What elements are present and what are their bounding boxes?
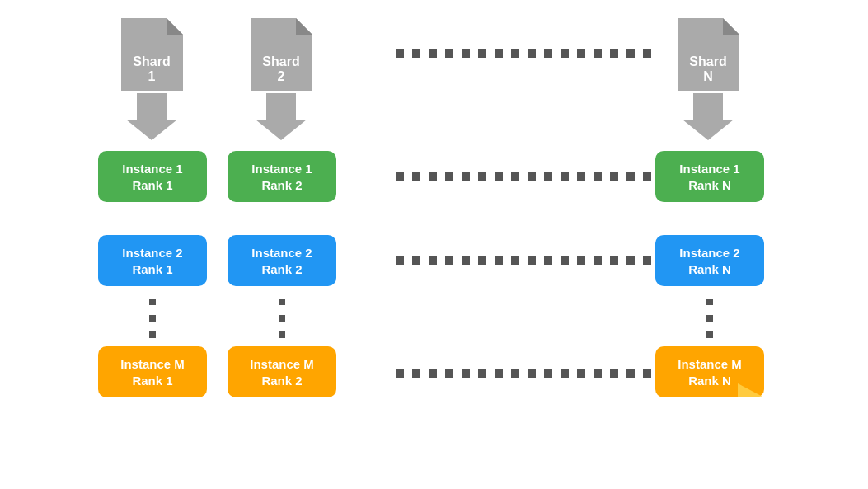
svg-rect-78 xyxy=(655,235,764,286)
svg-text:N: N xyxy=(703,69,713,83)
svg-rect-103 xyxy=(511,369,519,378)
svg-rect-19 xyxy=(511,49,519,58)
svg-rect-40 xyxy=(445,172,453,181)
svg-rect-13 xyxy=(412,49,420,58)
svg-rect-81 xyxy=(149,299,156,305)
svg-rect-34 xyxy=(228,151,336,202)
svg-rect-47 xyxy=(561,172,569,181)
svg-text:Instance M: Instance M xyxy=(678,357,742,371)
svg-text:Rank 1: Rank 1 xyxy=(132,178,172,192)
svg-marker-9 xyxy=(723,18,739,35)
svg-rect-82 xyxy=(149,315,156,322)
svg-rect-77 xyxy=(643,256,651,265)
svg-marker-28 xyxy=(126,93,177,140)
svg-rect-64 xyxy=(429,256,437,265)
svg-rect-88 xyxy=(706,315,713,322)
instance-2-rank-1: Instance 2 Rank 1 xyxy=(98,235,207,286)
svg-rect-42 xyxy=(478,172,486,181)
svg-rect-16 xyxy=(462,49,470,58)
svg-rect-26 xyxy=(626,49,635,58)
svg-rect-22 xyxy=(561,49,569,58)
svg-rect-48 xyxy=(577,172,585,181)
svg-rect-87 xyxy=(706,299,713,305)
svg-rect-96 xyxy=(396,369,404,378)
svg-rect-67 xyxy=(478,256,486,265)
svg-rect-76 xyxy=(626,256,635,265)
svg-text:Instance 2: Instance 2 xyxy=(122,246,182,260)
svg-rect-100 xyxy=(462,369,470,378)
vertical-dots-col-1 xyxy=(149,299,156,338)
svg-rect-27 xyxy=(643,49,651,58)
svg-text:Shard: Shard xyxy=(262,54,299,68)
svg-text:Rank 2: Rank 2 xyxy=(261,262,302,276)
svg-rect-73 xyxy=(577,256,585,265)
svg-rect-18 xyxy=(495,49,503,58)
svg-text:Shard: Shard xyxy=(689,54,726,68)
vertical-dots-col-n xyxy=(706,299,713,338)
svg-rect-90 xyxy=(98,346,207,397)
svg-rect-37 xyxy=(396,172,404,181)
instance-2-rank-2: Instance 2 Rank 2 xyxy=(228,235,336,286)
svg-text:Instance 2: Instance 2 xyxy=(251,246,312,260)
svg-text:Instance 1: Instance 1 xyxy=(251,162,312,176)
svg-text:Shard: Shard xyxy=(133,54,170,68)
svg-rect-69 xyxy=(511,256,519,265)
svg-rect-17 xyxy=(478,49,486,58)
svg-text:Rank 2: Rank 2 xyxy=(261,374,302,388)
svg-rect-89 xyxy=(706,331,713,338)
svg-text:Instance M: Instance M xyxy=(120,357,185,371)
svg-rect-15 xyxy=(445,49,453,58)
svg-rect-38 xyxy=(412,172,420,181)
svg-text:Instance 1: Instance 1 xyxy=(122,162,182,176)
svg-rect-99 xyxy=(445,369,453,378)
svg-text:Instance 2: Instance 2 xyxy=(679,246,739,260)
svg-rect-86 xyxy=(279,331,285,338)
svg-marker-5 xyxy=(296,18,312,35)
svg-rect-93 xyxy=(228,346,336,397)
svg-rect-70 xyxy=(528,256,536,265)
svg-rect-111 xyxy=(643,369,651,378)
svg-rect-66 xyxy=(462,256,470,265)
svg-text:1: 1 xyxy=(148,69,156,83)
svg-rect-97 xyxy=(412,369,420,378)
svg-rect-108 xyxy=(594,369,602,378)
svg-rect-24 xyxy=(594,49,602,58)
instance-1-rank-2: Instance 1 Rank 2 xyxy=(228,151,336,202)
svg-rect-53 xyxy=(655,151,764,202)
svg-rect-75 xyxy=(610,256,618,265)
instance-2-rank-n: Instance 2 Rank N xyxy=(655,235,764,286)
instance-m-rank-1: Instance M Rank 1 xyxy=(98,346,207,397)
svg-rect-51 xyxy=(626,172,635,181)
svg-rect-98 xyxy=(429,369,437,378)
svg-rect-39 xyxy=(429,172,437,181)
svg-rect-14 xyxy=(429,49,437,58)
svg-rect-23 xyxy=(577,49,585,58)
svg-rect-44 xyxy=(511,172,519,181)
svg-text:Rank N: Rank N xyxy=(688,178,731,192)
svg-rect-107 xyxy=(577,369,585,378)
svg-rect-45 xyxy=(528,172,536,181)
instance-1-rank-n: Instance 1 Rank N xyxy=(655,151,764,202)
diagram: Shard 1 Shard 2 Shard N xyxy=(0,0,868,489)
svg-text:Rank 2: Rank 2 xyxy=(261,178,302,192)
shard-2-icon: Shard 2 xyxy=(251,18,312,91)
svg-rect-12 xyxy=(396,49,404,58)
svg-marker-30 xyxy=(683,93,734,140)
svg-rect-102 xyxy=(495,369,503,378)
svg-text:Rank N: Rank N xyxy=(688,374,731,388)
svg-marker-29 xyxy=(256,93,307,140)
svg-rect-62 xyxy=(396,256,404,265)
vertical-dots-col-2 xyxy=(279,299,285,338)
svg-text:Instance M: Instance M xyxy=(250,357,314,371)
instance-m-rank-2: Instance M Rank 2 xyxy=(228,346,336,397)
svg-rect-84 xyxy=(279,299,285,305)
svg-rect-104 xyxy=(528,369,536,378)
instance-2-dots xyxy=(396,256,651,265)
svg-rect-85 xyxy=(279,315,285,322)
svg-rect-109 xyxy=(610,369,618,378)
svg-rect-74 xyxy=(594,256,602,265)
svg-rect-65 xyxy=(445,256,453,265)
instance-1-rank-1: Instance 1 Rank 1 xyxy=(98,151,207,202)
svg-rect-63 xyxy=(412,256,420,265)
svg-rect-49 xyxy=(594,172,602,181)
